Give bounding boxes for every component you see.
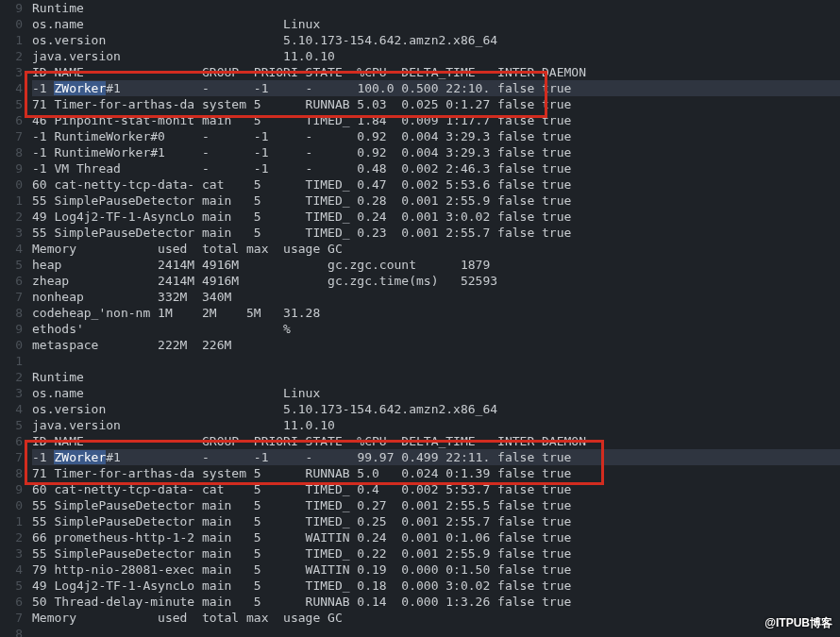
terminal-line (32, 626, 840, 637)
terminal-line: -1 RuntimeWorker#0 - -1 - 0.92 0.004 3:2… (32, 128, 840, 144)
terminal-line: 55 SimplePauseDetector main 5 TIMED_ 0.2… (32, 193, 840, 209)
terminal-line: 49 Log4j2-TF-1-AsyncLo main 5 TIMED_ 0.1… (32, 578, 840, 594)
terminal-line: codeheap_'non-nm 1M 2M 5M 31.28 (32, 305, 840, 321)
terminal-line: os.version 5.10.173-154.642.amzn2.x86_64 (32, 401, 840, 417)
terminal-line (32, 353, 840, 369)
line-number: 1 (0, 353, 23, 369)
line-number: 6 (0, 433, 23, 449)
line-number: 0 (0, 176, 23, 193)
terminal-line: zheap 2414M 4916M gc.zgc.time(ms) 52593 (32, 273, 840, 289)
terminal-line: nonheap 332M 340M (32, 289, 840, 305)
line-number: 2 (0, 369, 23, 385)
terminal-line: os.name Linux (32, 16, 840, 32)
line-number: 9 (0, 481, 23, 497)
terminal-line: os.name Linux (32, 385, 840, 401)
line-number: 9 (0, 0, 23, 16)
terminal-line: Runtime (32, 369, 840, 385)
terminal-line: Memory used total max usage GC (32, 241, 840, 257)
terminal-line: java.version 11.0.10 (32, 48, 840, 64)
terminal-line: Runtime (32, 0, 840, 16)
line-number: 3 (0, 545, 23, 562)
line-number: 8 (0, 626, 23, 637)
line-number: 7 (0, 449, 23, 465)
terminal-line: -1 ZWorker#1 - -1 - 99.97 0.499 22:11. f… (32, 449, 840, 465)
line-number: 6 (0, 273, 23, 289)
line-number: 2 (0, 48, 23, 64)
terminal-line: 79 http-nio-28081-exec main 5 WAITIN 0.1… (32, 562, 840, 578)
line-number: 9 (0, 321, 23, 337)
terminal-line: heap 2414M 4916M gc.zgc.count 1879 (32, 257, 840, 273)
terminal-line: ID NAME GROUP PRIORI STATE %CPU DELTA_TI… (32, 64, 840, 80)
line-number: 0 (0, 497, 23, 513)
terminal-line: 50 Thread-delay-minute main 5 RUNNAB 0.1… (32, 594, 840, 610)
line-number: 4 (0, 80, 23, 96)
terminal-line: -1 VM Thread - -1 - 0.48 0.002 2:46.3 fa… (32, 160, 840, 176)
terminal-line: ID NAME GROUP PRIORI STATE %CPU DELTA_TI… (32, 433, 840, 449)
terminal-line: 55 SimplePauseDetector main 5 TIMED_ 0.2… (32, 497, 840, 513)
line-number: 8 (0, 305, 23, 321)
watermark: @ITPUB博客 (764, 615, 832, 631)
terminal-line: ethods' % (32, 321, 840, 337)
line-number: 3 (0, 385, 23, 401)
terminal-line: -1 RuntimeWorker#1 - -1 - 0.92 0.004 3:2… (32, 144, 840, 160)
code-output: Runtimeos.name Linuxos.version 5.10.173-… (32, 0, 840, 637)
line-number-gutter: 9012345678901234567890123456789012345678 (0, 0, 23, 637)
line-number: 3 (0, 64, 23, 80)
terminal-line: 71 Timer-for-arthas-da system 5 RUNNAB 5… (32, 465, 840, 481)
line-number: 7 (0, 289, 23, 305)
line-number: 6 (0, 112, 23, 128)
terminal-line: Memory used total max usage GC (32, 610, 840, 626)
line-number: 2 (0, 209, 23, 225)
line-number: 7 (0, 610, 23, 626)
line-number: 5 (0, 578, 23, 594)
line-number: 0 (0, 337, 23, 353)
terminal-line: 71 Timer-for-arthas-da system 5 RUNNAB 5… (32, 96, 840, 112)
line-number: 6 (0, 594, 23, 610)
terminal-line: 49 Log4j2-TF-1-AsyncLo main 5 TIMED_ 0.2… (32, 209, 840, 225)
terminal-line: 55 SimplePauseDetector main 5 TIMED_ 0.2… (32, 513, 840, 529)
line-number: 5 (0, 417, 23, 433)
terminal-line: metaspace 222M 226M (32, 337, 840, 353)
terminal-line: 55 SimplePauseDetector main 5 TIMED_ 0.2… (32, 225, 840, 241)
line-number: 5 (0, 257, 23, 273)
terminal-line: 60 cat-netty-tcp-data- cat 5 TIMED_ 0.4 … (32, 481, 840, 497)
line-number: 8 (0, 144, 23, 160)
line-number: 4 (0, 562, 23, 578)
line-number: 0 (0, 16, 23, 32)
terminal-line: -1 ZWorker#1 - -1 - 100.0 0.500 22:10. f… (32, 80, 840, 96)
line-number: 4 (0, 401, 23, 417)
line-number: 5 (0, 96, 23, 112)
terminal-line: 55 SimplePauseDetector main 5 TIMED_ 0.2… (32, 545, 840, 562)
line-number: 1 (0, 193, 23, 209)
terminal-line: java.version 11.0.10 (32, 417, 840, 433)
line-number: 1 (0, 32, 23, 48)
line-number: 8 (0, 465, 23, 481)
line-number: 4 (0, 241, 23, 257)
line-number: 7 (0, 128, 23, 144)
terminal-line: os.version 5.10.173-154.642.amzn2.x86_64 (32, 32, 840, 48)
terminal-line: 66 prometheus-http-1-2 main 5 WAITIN 0.2… (32, 529, 840, 545)
line-number: 3 (0, 225, 23, 241)
terminal-line: 60 cat-netty-tcp-data- cat 5 TIMED_ 0.47… (32, 176, 840, 193)
line-number: 2 (0, 529, 23, 545)
terminal-line: 46 Pinpoint-stat-monit main 5 TIMED_ 1.8… (32, 112, 840, 128)
line-number: 1 (0, 513, 23, 529)
line-number: 9 (0, 160, 23, 176)
